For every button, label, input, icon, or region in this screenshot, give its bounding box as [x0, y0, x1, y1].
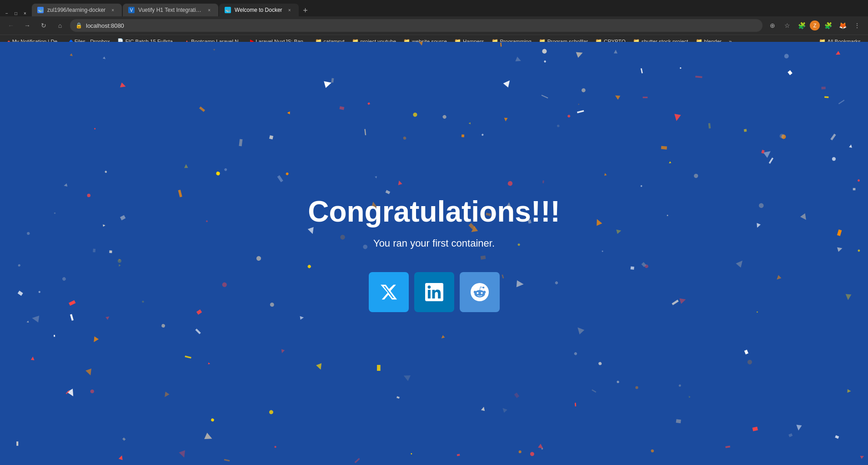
twitter-share-button[interactable]	[369, 272, 409, 312]
tab-label: zul1996/learning-docker	[47, 7, 105, 13]
address-bar[interactable]: 🔒 localhost:8080	[70, 19, 763, 32]
congratulations-title: Congratulations!!!	[308, 195, 560, 228]
window-controls: − □ ×	[4, 10, 28, 16]
tab-favicon-2: V	[128, 7, 135, 13]
address-text: localhost:8080	[86, 22, 757, 29]
main-content: Congratulations!!! You ran your first co…	[0, 42, 868, 465]
extension-icon-2[interactable]: 🦊	[836, 19, 849, 32]
tab-learning-docker[interactable]: 🐳 zul1996/learning-docker ×	[32, 4, 122, 16]
lock-icon: 🔒	[75, 22, 82, 29]
linkedin-share-button[interactable]	[414, 272, 454, 312]
tab-close-button[interactable]: ×	[109, 6, 116, 14]
forward-button[interactable]: →	[21, 19, 34, 32]
tab-vuetify[interactable]: V Vuetify H1 Text Integration ×	[123, 4, 218, 16]
new-tab-button[interactable]: +	[300, 5, 311, 16]
browser-chrome: − □ × 🐳 zul1996/learning-docker × V Vuet…	[0, 0, 868, 42]
tab-label-2: Vuetify H1 Text Integration	[138, 7, 202, 13]
tab-close-button-2[interactable]: ×	[206, 6, 213, 14]
address-bar-row: ← → ↻ ⌂ 🔒 localhost:8080 ⊕ ☆ 🧩 Z 🧩 🦊 ⋮	[0, 16, 868, 35]
tabs-bar: − □ × 🐳 zul1996/learning-docker × V Vuet…	[0, 0, 868, 16]
toolbar-icons: ⊕ ☆ 🧩 Z 🧩 🦊 ⋮	[766, 19, 863, 32]
tab-favicon-3: 🐳	[225, 7, 231, 13]
maximize-button[interactable]: □	[13, 10, 19, 16]
tab-close-button-3[interactable]: ×	[286, 6, 293, 14]
confetti-canvas	[0, 42, 868, 465]
tab-label-3: Welcome to Docker	[235, 7, 282, 13]
social-buttons	[369, 272, 500, 312]
congratulations-subtitle: You ran your first container.	[373, 238, 495, 249]
profile-button[interactable]: Z	[810, 20, 820, 30]
translate-icon[interactable]: ⊕	[766, 19, 779, 32]
bookmark-icon[interactable]: ☆	[781, 19, 793, 32]
extension-puzzle-icon[interactable]: 🧩	[822, 19, 834, 32]
close-button[interactable]: ×	[22, 10, 28, 16]
tab-favicon: 🐳	[37, 7, 44, 13]
reddit-share-button[interactable]	[460, 272, 500, 312]
settings-icon[interactable]: ⋮	[851, 19, 863, 32]
tab-docker-welcome[interactable]: 🐳 Welcome to Docker ×	[219, 4, 298, 16]
home-button[interactable]: ⌂	[54, 19, 66, 32]
extension-icon-1[interactable]: 🧩	[795, 19, 808, 32]
back-button[interactable]: ←	[5, 19, 17, 32]
refresh-button[interactable]: ↻	[37, 19, 50, 32]
minimize-button[interactable]: −	[4, 10, 10, 16]
